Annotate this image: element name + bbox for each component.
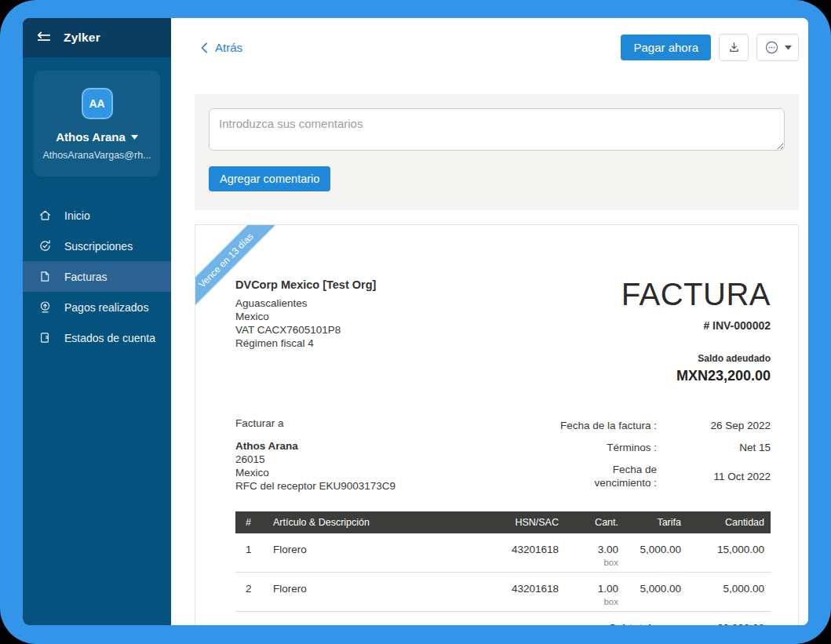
terms-label: Términos : [553, 441, 657, 454]
invoice-file-icon [38, 270, 52, 283]
sidebar-item-facturas[interactable]: Facturas [23, 261, 171, 292]
row-rate: 5,000.00 [625, 533, 687, 573]
invoice-title-block: FACTURA # INV-000002 Saldo adeudado MXN2… [621, 278, 771, 384]
company-block: DVCorp Mexico [Test Org] Aguascalientes … [235, 278, 376, 350]
meta-row-terms: Términos : Net 15 [553, 441, 771, 454]
table-row: 2 Florero 43201618 1.00 box 5,000.00 5,0… [235, 573, 771, 612]
sidebar-item-label: Inicio [64, 209, 90, 222]
subscriptions-sync-icon [38, 239, 52, 253]
invoice-title: FACTURA [621, 278, 771, 310]
profile-card: AA Athos Arana AthosAranaVargas@rh... [34, 71, 160, 176]
statement-icon [38, 331, 52, 344]
col-header-qty: Cant. [565, 511, 625, 533]
row-qty-unit: box [571, 597, 618, 606]
billing-section: Facturar a Athos Arana 26015 Mexico RFC … [235, 417, 771, 493]
action-buttons: Pagar ahora [621, 34, 799, 61]
col-header-item: Artículo & Descripción [267, 511, 487, 533]
back-label: Atrás [215, 41, 242, 54]
row-rate: 5,000.00 [625, 573, 687, 612]
invoice-meta: Fecha de la factura : 26 Sep 2022 Términ… [553, 419, 771, 493]
sidebar-item-suscripciones[interactable]: Suscripciones [23, 231, 171, 261]
sidebar-header: Zylker [23, 18, 171, 57]
caret-down-icon [785, 45, 792, 50]
col-header-amount: Cantidad [687, 511, 771, 533]
col-header-hsn: HSN/SAC [487, 511, 565, 533]
sidebar-item-label: Suscripciones [64, 240, 133, 253]
row-num: 2 [235, 573, 267, 612]
brand-name: Zylker [64, 31, 100, 45]
invoice-document: Vence en 13 días DVCorp Mexico [Test Org… [195, 224, 799, 625]
bill-to-line: 26015 [235, 453, 395, 466]
sidebar-item-label: Facturas [64, 271, 107, 283]
row-hsn: 43201618 [487, 533, 565, 573]
meta-row-due-date: Fecha de vencimiento : 11 Oct 2022 [553, 463, 771, 489]
row-hsn: 43201618 [487, 573, 565, 612]
profile-email: AthosAranaVargas@rh... [40, 150, 154, 161]
row-item: Florero [267, 533, 487, 573]
profile-name-menu[interactable]: Athos Arana [40, 130, 154, 144]
avatar: AA [82, 88, 113, 119]
company-vat: VAT CACX7605101P8 [235, 323, 376, 337]
row-qty: 1.00 box [565, 573, 625, 612]
company-fiscal-regime: Régimen fiscal 4 [235, 337, 376, 350]
topbar: Atrás Pagar ahora [171, 18, 808, 61]
table-row: 1 Florero 43201618 3.00 box 5,000.00 15,… [235, 533, 771, 573]
chevron-down-icon [131, 135, 138, 140]
company-address-line: Mexico [235, 310, 376, 323]
home-icon [38, 209, 52, 222]
back-button[interactable]: Atrás [201, 41, 242, 54]
invoice-date-value: 26 Sep 2022 [657, 420, 771, 431]
row-item: Florero [267, 573, 487, 612]
bill-to-line: Mexico [235, 466, 395, 479]
collapse-sidebar-icon[interactable] [36, 31, 52, 45]
avatar-initials: AA [89, 97, 104, 110]
row-amount: 5,000.00 [687, 573, 771, 612]
row-qty: 3.00 box [565, 533, 625, 573]
pay-now-button[interactable]: Pagar ahora [621, 35, 711, 60]
comment-input[interactable] [209, 108, 785, 151]
download-button[interactable] [719, 34, 749, 61]
sidebar-item-pagos-realizados[interactable]: Pagos realizados [23, 292, 171, 322]
download-icon [727, 41, 741, 54]
ellipsis-circle-icon [764, 40, 779, 55]
terms-value: Net 15 [657, 442, 771, 453]
bill-to-block: Facturar a Athos Arana 26015 Mexico RFC … [235, 417, 395, 493]
more-options-button[interactable] [756, 34, 799, 61]
sidebar-item-estados-de-cuenta[interactable]: Estados de cuenta [23, 322, 171, 353]
line-items-table: # Artículo & Descripción HSN/SAC Cant. T… [235, 511, 771, 612]
main-content: Atrás Pagar ahora [171, 18, 808, 625]
sidebar-item-label: Pagos realizados [64, 301, 148, 314]
invoice-date-label: Fecha de la factura : [553, 419, 657, 432]
add-comment-button[interactable]: Agregar comentario [209, 166, 330, 191]
row-qty-value: 3.00 [571, 544, 618, 555]
invoice-header: DVCorp Mexico [Test Org] Aguascalientes … [235, 278, 771, 384]
due-date-label: Fecha de vencimiento : [553, 463, 657, 489]
company-name: DVCorp Mexico [Test Org] [235, 278, 376, 291]
window-frame: Zylker AA Athos Arana AthosAranaVargas@r… [0, 0, 831, 644]
profile-name: Athos Arana [56, 130, 126, 144]
balance-due-label: Saldo adeudado [621, 353, 771, 364]
sidebar-nav: Inicio Suscripciones [23, 200, 171, 353]
subtotal-value: 20,000.00 [687, 622, 764, 625]
row-num: 1 [235, 533, 267, 573]
meta-row-invoice-date: Fecha de la factura : 26 Sep 2022 [553, 419, 771, 432]
row-amount: 15,000.00 [687, 533, 771, 573]
table-header-row: # Artículo & Descripción HSN/SAC Cant. T… [235, 511, 771, 533]
invoice-number: # INV-000002 [621, 319, 771, 332]
row-qty-value: 1.00 [571, 583, 618, 595]
col-header-num: # [235, 511, 267, 533]
sidebar-item-inicio[interactable]: Inicio [23, 200, 171, 231]
sidebar-item-label: Estados de cuenta [64, 332, 155, 344]
subtotal-row: Subtotal 20,000.00 [235, 612, 771, 625]
company-address-line: Aguascalientes [235, 297, 376, 310]
bill-to-rfc: RFC del receptor EKU9003173C9 [235, 479, 395, 493]
balance-due-value: MXN23,200.00 [621, 368, 771, 384]
sidebar: Zylker AA Athos Arana AthosAranaVargas@r… [23, 18, 171, 625]
due-date-value: 11 Oct 2022 [657, 471, 771, 482]
col-header-rate: Tarifa [625, 511, 687, 533]
comment-panel: Agregar comentario [195, 94, 799, 210]
payments-upload-icon [38, 300, 52, 314]
subtotal-label: Subtotal [534, 622, 651, 625]
bill-to-name: Athos Arana [235, 439, 395, 453]
portal-window: Zylker AA Athos Arana AthosAranaVargas@r… [23, 18, 808, 625]
